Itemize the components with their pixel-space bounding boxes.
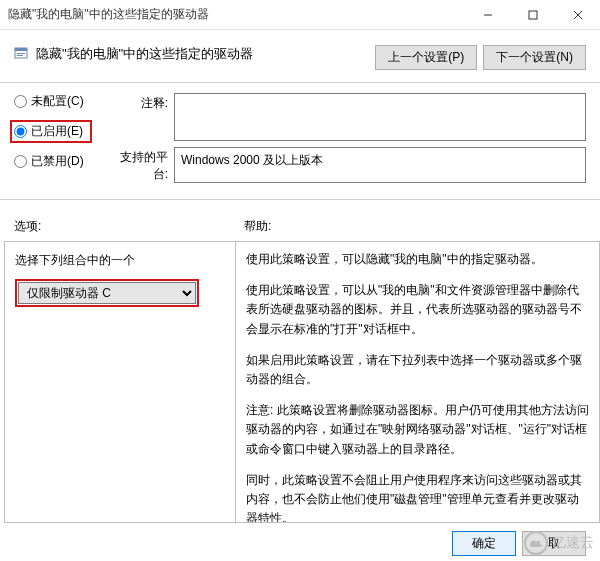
help-paragraph: 同时，此策略设置不会阻止用户使用程序来访问这些驱动器或其内容，也不会防止他们使用… [246,471,589,523]
close-button[interactable] [555,0,600,30]
radio-disabled-input[interactable] [14,155,27,168]
dropdown-highlight: 仅限制驱动器 C [15,279,199,307]
radio-enabled-input[interactable] [14,125,27,138]
help-paragraph: 使用此策略设置，可以隐藏"我的电脑"中的指定驱动器。 [246,250,589,269]
section-labels: 选项: 帮助: [0,200,600,241]
next-setting-button[interactable]: 下一个设置(N) [483,45,586,70]
radio-disabled-label: 已禁用(D) [31,153,84,170]
drive-restriction-dropdown[interactable]: 仅限制驱动器 C [18,282,196,304]
radio-disabled[interactable]: 已禁用(D) [14,153,114,170]
window-controls [465,0,600,30]
title-bar: 隐藏"我的电脑"中的这些指定的驱动器 [0,0,600,30]
help-paragraph: 使用此策略设置，可以从"我的电脑"和文件资源管理器中删除代表所选硬盘驱动器的图标… [246,281,589,339]
minimize-button[interactable] [465,0,510,30]
help-paragraph: 注意: 此策略设置将删除驱动器图标。用户仍可使用其他方法访问驱动器的内容，如通过… [246,401,589,459]
options-panel: 选择下列组合中的一个 仅限制驱动器 C [4,241,236,523]
help-section-label: 帮助: [244,218,586,235]
svg-rect-7 [17,55,23,56]
options-section-label: 选项: [14,218,244,235]
cancel-button[interactable]: 取 [522,531,586,556]
svg-rect-6 [17,53,25,54]
comment-textarea[interactable] [174,93,586,141]
ok-button[interactable]: 确定 [452,531,516,556]
lower-panels: 选择下列组合中的一个 仅限制驱动器 C 使用此策略设置，可以隐藏"我的电脑"中的… [0,241,600,523]
svg-rect-1 [529,11,537,19]
state-radio-group: 未配置(C) 已启用(E) 已禁用(D) [14,93,114,189]
policy-title: 隐藏"我的电脑"中的这些指定的驱动器 [36,45,253,63]
help-paragraph: 如果启用此策略设置，请在下拉列表中选择一个驱动器或多个驱动器的组合。 [246,351,589,389]
supported-value: Windows 2000 及以上版本 [174,147,586,183]
comment-label: 注释: [114,93,174,141]
radio-enabled-label: 已启用(E) [31,123,83,140]
maximize-button[interactable] [510,0,555,30]
policy-icon [14,46,30,62]
previous-setting-button[interactable]: 上一个设置(P) [375,45,477,70]
radio-not-configured-input[interactable] [14,95,27,108]
svg-rect-5 [15,48,27,51]
help-panel: 使用此策略设置，可以隐藏"我的电脑"中的指定驱动器。 使用此策略设置，可以从"我… [236,241,600,523]
policy-header: 隐藏"我的电脑"中的这些指定的驱动器 上一个设置(P) 下一个设置(N) [0,30,600,83]
options-prompt: 选择下列组合中的一个 [15,252,225,269]
radio-not-configured[interactable]: 未配置(C) [14,93,114,110]
dialog-footer: 确定 取 [0,523,600,561]
radio-not-configured-label: 未配置(C) [31,93,84,110]
config-area: 未配置(C) 已启用(E) 已禁用(D) 注释: 支持的平台: Windows … [0,83,600,200]
radio-enabled[interactable]: 已启用(E) [10,120,92,143]
window-title: 隐藏"我的电脑"中的这些指定的驱动器 [8,6,209,23]
supported-label: 支持的平台: [114,147,174,183]
